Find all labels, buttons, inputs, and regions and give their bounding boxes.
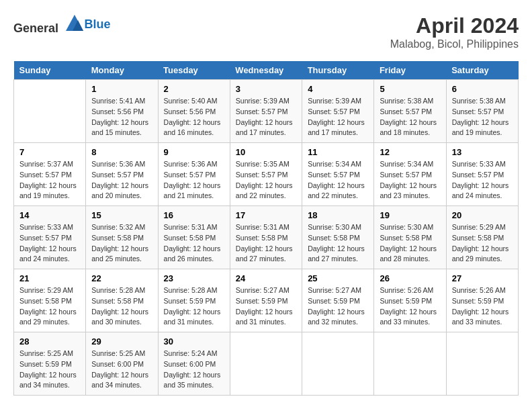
day-number: 6 xyxy=(452,84,513,94)
day-number: 13 xyxy=(452,147,513,157)
calendar-cell: 6Sunrise: 5:38 AM Sunset: 5:57 PM Daylig… xyxy=(446,80,518,143)
title-area: April 2024 Malabog, Bicol, Philippines xyxy=(390,13,519,50)
day-info: Sunrise: 5:27 AM Sunset: 5:59 PM Dayligh… xyxy=(308,285,368,328)
day-info: Sunrise: 5:29 AM Sunset: 5:58 PM Dayligh… xyxy=(19,285,80,328)
calendar-cell xyxy=(14,80,86,143)
main-title: April 2024 xyxy=(390,13,519,38)
calendar-cell: 4Sunrise: 5:39 AM Sunset: 5:57 PM Daylig… xyxy=(302,80,374,143)
day-info: Sunrise: 5:30 AM Sunset: 5:58 PM Dayligh… xyxy=(380,222,440,265)
day-info: Sunrise: 5:33 AM Sunset: 5:57 PM Dayligh… xyxy=(452,159,513,201)
day-info: Sunrise: 5:28 AM Sunset: 5:58 PM Dayligh… xyxy=(91,285,152,328)
calendar-cell: 27Sunrise: 5:26 AM Sunset: 5:59 PM Dayli… xyxy=(446,269,518,332)
day-header-sunday: Sunday xyxy=(14,61,86,80)
day-number: 19 xyxy=(380,210,440,220)
day-number: 20 xyxy=(452,210,513,220)
day-number: 11 xyxy=(308,147,368,157)
day-info: Sunrise: 5:37 AM Sunset: 5:57 PM Dayligh… xyxy=(19,159,80,201)
calendar-cell: 11Sunrise: 5:34 AM Sunset: 5:57 PM Dayli… xyxy=(302,143,374,206)
day-info: Sunrise: 5:31 AM Sunset: 5:58 PM Dayligh… xyxy=(164,222,224,265)
day-number: 18 xyxy=(308,210,368,220)
day-info: Sunrise: 5:38 AM Sunset: 5:57 PM Dayligh… xyxy=(380,96,440,138)
week-row-4: 21Sunrise: 5:29 AM Sunset: 5:58 PM Dayli… xyxy=(14,269,519,332)
calendar-cell: 7Sunrise: 5:37 AM Sunset: 5:57 PM Daylig… xyxy=(14,143,86,206)
day-number: 23 xyxy=(164,273,224,283)
day-header-monday: Monday xyxy=(86,61,158,80)
day-number: 10 xyxy=(236,147,296,157)
calendar-cell: 2Sunrise: 5:40 AM Sunset: 5:56 PM Daylig… xyxy=(158,80,230,143)
day-info: Sunrise: 5:34 AM Sunset: 5:57 PM Dayligh… xyxy=(308,159,368,201)
calendar-cell: 20Sunrise: 5:29 AM Sunset: 5:58 PM Dayli… xyxy=(446,206,518,269)
day-header-saturday: Saturday xyxy=(446,61,518,80)
calendar-cell: 18Sunrise: 5:30 AM Sunset: 5:58 PM Dayli… xyxy=(302,206,374,269)
day-info: Sunrise: 5:31 AM Sunset: 5:58 PM Dayligh… xyxy=(236,222,296,265)
calendar-cell: 5Sunrise: 5:38 AM Sunset: 5:57 PM Daylig… xyxy=(374,80,446,143)
calendar-cell: 10Sunrise: 5:35 AM Sunset: 5:57 PM Dayli… xyxy=(230,143,302,206)
day-number: 17 xyxy=(236,210,296,220)
day-number: 26 xyxy=(380,273,440,283)
day-number: 22 xyxy=(91,273,152,283)
calendar-cell: 1Sunrise: 5:41 AM Sunset: 5:56 PM Daylig… xyxy=(86,80,158,143)
day-header-wednesday: Wednesday xyxy=(230,61,302,80)
day-info: Sunrise: 5:25 AM Sunset: 5:59 PM Dayligh… xyxy=(19,349,80,391)
day-info: Sunrise: 5:32 AM Sunset: 5:58 PM Dayligh… xyxy=(91,222,152,265)
day-info: Sunrise: 5:34 AM Sunset: 5:57 PM Dayligh… xyxy=(380,159,440,201)
calendar-cell: 22Sunrise: 5:28 AM Sunset: 5:58 PM Dayli… xyxy=(86,269,158,332)
day-number: 24 xyxy=(236,273,296,283)
week-row-3: 14Sunrise: 5:33 AM Sunset: 5:57 PM Dayli… xyxy=(14,206,519,269)
logo: General Blue xyxy=(13,13,111,36)
calendar-cell: 3Sunrise: 5:39 AM Sunset: 5:57 PM Daylig… xyxy=(230,80,302,143)
calendar-table: SundayMondayTuesdayWednesdayThursdayFrid… xyxy=(13,61,519,396)
logo-icon xyxy=(64,13,85,32)
day-number: 4 xyxy=(308,84,368,94)
calendar-cell: 30Sunrise: 5:24 AM Sunset: 6:00 PM Dayli… xyxy=(158,332,230,396)
day-number: 28 xyxy=(19,336,80,347)
day-info: Sunrise: 5:38 AM Sunset: 5:57 PM Dayligh… xyxy=(452,96,513,138)
calendar-cell: 23Sunrise: 5:28 AM Sunset: 5:59 PM Dayli… xyxy=(158,269,230,332)
day-number: 8 xyxy=(91,147,152,157)
header: General Blue April 2024 Malabog, Bicol, … xyxy=(13,13,519,50)
day-number: 9 xyxy=(164,147,224,157)
day-info: Sunrise: 5:35 AM Sunset: 5:57 PM Dayligh… xyxy=(236,159,296,201)
calendar-cell xyxy=(302,332,374,396)
calendar-cell: 14Sunrise: 5:33 AM Sunset: 5:57 PM Dayli… xyxy=(14,206,86,269)
day-header-thursday: Thursday xyxy=(302,61,374,80)
calendar-cell: 16Sunrise: 5:31 AM Sunset: 5:58 PM Dayli… xyxy=(158,206,230,269)
calendar-cell: 17Sunrise: 5:31 AM Sunset: 5:58 PM Dayli… xyxy=(230,206,302,269)
calendar-cell: 19Sunrise: 5:30 AM Sunset: 5:58 PM Dayli… xyxy=(374,206,446,269)
calendar-cell xyxy=(230,332,302,396)
calendar-cell: 25Sunrise: 5:27 AM Sunset: 5:59 PM Dayli… xyxy=(302,269,374,332)
logo-general: General xyxy=(13,21,58,35)
calendar-cell: 28Sunrise: 5:25 AM Sunset: 5:59 PM Dayli… xyxy=(14,332,86,396)
day-number: 15 xyxy=(91,210,152,220)
day-info: Sunrise: 5:33 AM Sunset: 5:57 PM Dayligh… xyxy=(19,222,80,265)
day-info: Sunrise: 5:39 AM Sunset: 5:57 PM Dayligh… xyxy=(308,96,368,138)
day-number: 30 xyxy=(164,336,224,347)
day-info: Sunrise: 5:40 AM Sunset: 5:56 PM Dayligh… xyxy=(164,96,224,138)
day-info: Sunrise: 5:24 AM Sunset: 6:00 PM Dayligh… xyxy=(164,349,224,391)
header-row: SundayMondayTuesdayWednesdayThursdayFrid… xyxy=(14,61,519,80)
calendar-cell: 13Sunrise: 5:33 AM Sunset: 5:57 PM Dayli… xyxy=(446,143,518,206)
day-info: Sunrise: 5:26 AM Sunset: 5:59 PM Dayligh… xyxy=(380,285,440,328)
week-row-2: 7Sunrise: 5:37 AM Sunset: 5:57 PM Daylig… xyxy=(14,143,519,206)
day-number: 2 xyxy=(164,84,224,94)
calendar-cell xyxy=(374,332,446,396)
day-number: 27 xyxy=(452,273,513,283)
calendar-cell: 8Sunrise: 5:36 AM Sunset: 5:57 PM Daylig… xyxy=(86,143,158,206)
day-info: Sunrise: 5:39 AM Sunset: 5:57 PM Dayligh… xyxy=(236,96,296,138)
day-header-friday: Friday xyxy=(374,61,446,80)
calendar-cell: 29Sunrise: 5:25 AM Sunset: 6:00 PM Dayli… xyxy=(86,332,158,396)
day-number: 7 xyxy=(19,147,80,157)
day-info: Sunrise: 5:28 AM Sunset: 5:59 PM Dayligh… xyxy=(164,285,224,328)
day-number: 14 xyxy=(19,210,80,220)
day-info: Sunrise: 5:41 AM Sunset: 5:56 PM Dayligh… xyxy=(91,96,152,138)
day-info: Sunrise: 5:27 AM Sunset: 5:59 PM Dayligh… xyxy=(236,285,296,328)
subtitle: Malabog, Bicol, Philippines xyxy=(390,38,519,50)
logo-blue: Blue xyxy=(85,17,111,31)
calendar-cell: 26Sunrise: 5:26 AM Sunset: 5:59 PM Dayli… xyxy=(374,269,446,332)
calendar-cell: 24Sunrise: 5:27 AM Sunset: 5:59 PM Dayli… xyxy=(230,269,302,332)
day-info: Sunrise: 5:25 AM Sunset: 6:00 PM Dayligh… xyxy=(91,349,152,391)
day-info: Sunrise: 5:36 AM Sunset: 5:57 PM Dayligh… xyxy=(164,159,224,201)
day-info: Sunrise: 5:30 AM Sunset: 5:58 PM Dayligh… xyxy=(308,222,368,265)
day-number: 16 xyxy=(164,210,224,220)
day-number: 5 xyxy=(380,84,440,94)
